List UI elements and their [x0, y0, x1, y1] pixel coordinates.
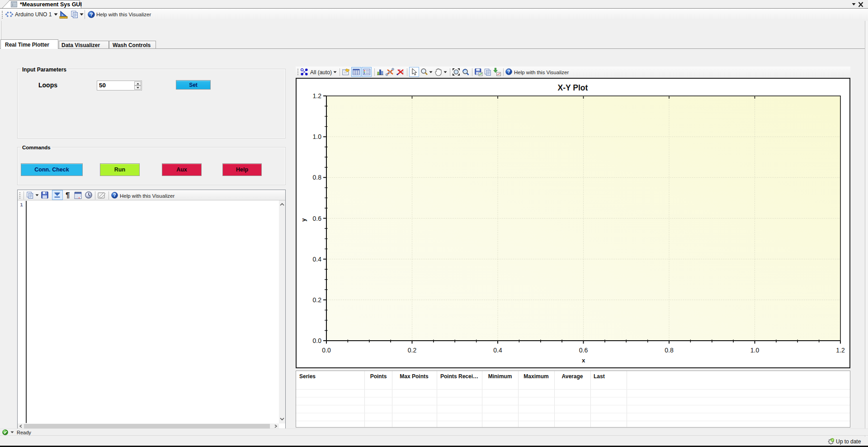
- svg-text:Average: Average: [562, 373, 583, 380]
- svg-text:X-Y Plot: X-Y Plot: [558, 83, 588, 92]
- svg-text:?: ?: [507, 69, 510, 74]
- svg-text:0.2: 0.2: [313, 296, 322, 304]
- svg-text:0.0: 0.0: [322, 347, 331, 354]
- svg-text:0.4: 0.4: [493, 347, 502, 354]
- svg-text:0.4: 0.4: [313, 256, 322, 263]
- svg-text:Maximum: Maximum: [524, 373, 548, 380]
- svg-text:1.0: 1.0: [313, 133, 322, 140]
- svg-text:Points Recei…: Points Recei…: [440, 373, 478, 380]
- svg-text:?: ?: [113, 193, 116, 198]
- svg-text:0.8: 0.8: [313, 174, 322, 181]
- svg-text:Minimum: Minimum: [488, 373, 512, 380]
- svg-text:0.0: 0.0: [313, 337, 322, 344]
- svg-text:Points: Points: [370, 373, 387, 380]
- svg-text:0.6: 0.6: [313, 215, 322, 222]
- svg-text:Max Points: Max Points: [400, 373, 429, 380]
- svg-text:1.0: 1.0: [750, 347, 760, 354]
- svg-text:Series: Series: [299, 373, 316, 380]
- svg-text:x: x: [582, 357, 585, 364]
- svg-text:?: ?: [90, 12, 93, 17]
- svg-text:Last: Last: [594, 373, 605, 380]
- svg-text:1.2: 1.2: [313, 92, 322, 100]
- svg-text:0.2: 0.2: [408, 347, 417, 354]
- svg-text:0.6: 0.6: [579, 347, 588, 354]
- svg-text:y: y: [300, 218, 307, 222]
- svg-text:0.8: 0.8: [665, 347, 674, 354]
- svg-text:1.2: 1.2: [836, 347, 845, 354]
